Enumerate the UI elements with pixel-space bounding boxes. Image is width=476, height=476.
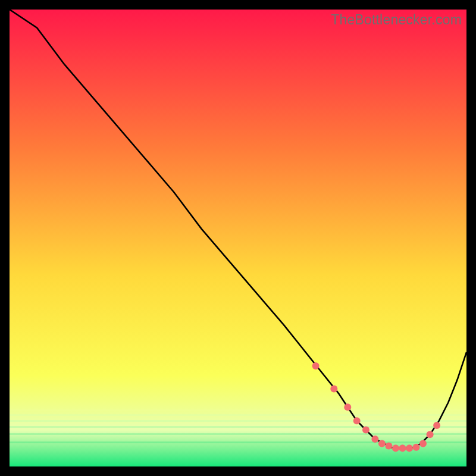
marker-dot <box>312 362 320 369</box>
svg-rect-5 <box>10 441 466 443</box>
marker-dot <box>427 431 434 438</box>
svg-rect-2 <box>10 420 466 422</box>
marker-dot <box>371 436 378 443</box>
svg-rect-3 <box>10 426 466 428</box>
marker-dot <box>392 444 399 452</box>
svg-rect-0 <box>10 409 466 411</box>
marker-dot <box>419 440 427 447</box>
marker-dot <box>362 427 369 434</box>
marker-dot <box>413 444 420 451</box>
chart-svg <box>10 10 466 466</box>
chart-frame: TheBottlenecker.com <box>10 10 466 466</box>
svg-rect-4 <box>10 433 466 435</box>
marker-dot <box>433 422 440 429</box>
chart-background-gradient <box>10 10 466 466</box>
marker-dot <box>399 444 406 452</box>
marker-dot <box>353 417 361 424</box>
marker-dot <box>378 440 386 447</box>
marker-dot <box>344 403 351 411</box>
marker-dot <box>330 385 337 392</box>
svg-rect-1 <box>10 414 466 416</box>
marker-dot <box>406 444 413 452</box>
watermark-label: TheBottlenecker.com <box>331 12 462 28</box>
marker-dot <box>385 442 392 449</box>
